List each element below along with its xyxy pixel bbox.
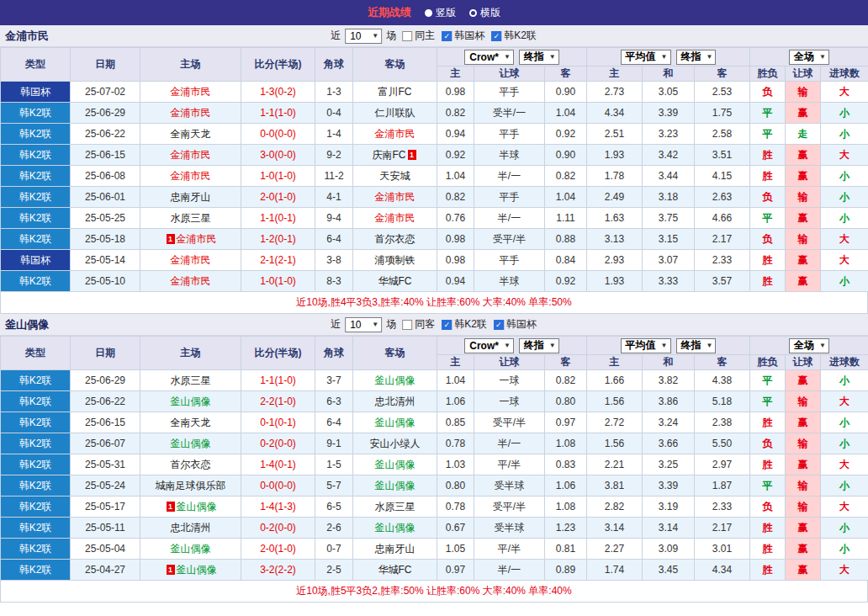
corner-score: 9-4 — [315, 208, 353, 229]
result-goals: 小 — [821, 539, 868, 560]
home-team: 釜山偶像 — [140, 539, 241, 560]
league-filter-checkbox[interactable]: ✓韩K2联 — [442, 317, 487, 332]
team-name-text: 水原三星 — [375, 501, 415, 512]
result-handicap: 赢 — [786, 560, 821, 581]
handicap: 平手 — [474, 187, 545, 208]
result-win-draw-loss: 胜 — [750, 560, 786, 581]
match-count-select[interactable]: 10▼ — [345, 29, 382, 44]
result-win-draw-loss: 平 — [750, 475, 786, 497]
away-odds: 0.88 — [545, 229, 587, 250]
home-team: 金浦市民 — [140, 82, 241, 103]
league-filter-checkbox[interactable]: ✓韩国杯 — [442, 29, 484, 43]
page-title: 近期战绩 — [368, 5, 411, 20]
result-win-draw-loss: 平 — [750, 370, 786, 391]
same-venue-checkbox-label: 同主 — [415, 29, 435, 43]
scope-select[interactable]: 全场▼ — [789, 338, 829, 353]
match-count-select-value: 10 — [350, 319, 361, 331]
match-row: 韩K2联25-06-29水原三星1-1(1-0)3-7釜山偶像1.04一球0.8… — [1, 370, 868, 391]
record-summary: 近10场,胜5平3负2,胜率:50% 让胜率:60% 大率:40% 单率:40% — [0, 581, 868, 603]
handicap: 一球 — [474, 370, 545, 391]
avg-stage-select[interactable]: 终指▼ — [676, 338, 717, 353]
away-team: 富川FC — [353, 82, 437, 103]
team-section: 金浦市民近10▼场同主✓韩国杯✓韩K2联类型日期主场比分(半场)角球客场Crow… — [0, 25, 868, 314]
dropdown-arrow-icon: ▼ — [372, 33, 378, 40]
league-type: 韩K2联 — [1, 433, 71, 454]
team-name-text: 庆南FC — [373, 149, 406, 161]
away-team: 釜山偶像 — [353, 475, 437, 497]
match-row: 韩K2联25-05-10金浦市民1-0(1-0)8-3华城FC0.94半球0.9… — [1, 271, 868, 292]
corner-score: 3-7 — [315, 370, 353, 391]
avg-away: 2.33 — [695, 250, 750, 271]
subheader: 主 — [437, 66, 474, 82]
avg-away: 2.33 — [695, 497, 750, 518]
match-count-select[interactable]: 10▼ — [345, 317, 382, 332]
match-score: 1-0(1-0) — [241, 271, 315, 292]
corner-score: 1-3 — [315, 82, 353, 103]
corner-score: 2-5 — [315, 560, 353, 581]
avg-draw: 3.39 — [643, 475, 695, 497]
avg-home: 2.73 — [587, 82, 643, 103]
away-team: 金浦市民 — [353, 187, 437, 208]
team-name-text: 忠北清州 — [171, 522, 211, 534]
match-row: 韩K2联25-05-24城南足球俱乐部0-0(0-0)5-7釜山偶像0.80受半… — [1, 475, 868, 497]
league-filter-checkbox[interactable]: ✓韩K2联 — [491, 29, 537, 43]
away-odds: 1.04 — [545, 187, 587, 208]
odds-stage-select[interactable]: 终指▼ — [519, 50, 559, 65]
corner-score: 6-4 — [315, 229, 353, 250]
result-win-draw-loss: 平 — [750, 124, 786, 145]
bookmaker-select[interactable]: Crow*▼ — [464, 50, 514, 65]
layout-radio-horizontal[interactable]: 横版 — [469, 6, 500, 20]
match-row: 韩K2联25-04-271釜山偶像3-2(2-2)2-5华城FC0.97半/一0… — [1, 560, 868, 581]
result-win-draw-loss: 胜 — [750, 166, 786, 187]
dropdown-arrow-icon: ▼ — [549, 343, 556, 349]
checkbox-unchecked-icon — [402, 320, 412, 330]
avg-draw: 3.14 — [643, 518, 695, 539]
corner-score: 5-7 — [315, 475, 353, 497]
result-goals: 大 — [821, 250, 868, 271]
avg-draw: 3.24 — [643, 412, 695, 433]
match-score: 1-1(1-0) — [241, 103, 315, 124]
result-handicap: 赢 — [786, 103, 821, 124]
league-type: 韩K2联 — [1, 103, 71, 124]
subheader: 胜负 — [750, 355, 786, 370]
same-venue-checkbox[interactable]: 同客 — [402, 317, 435, 332]
layout-radio-vertical[interactable]: 竖版 — [425, 6, 456, 20]
scope-select[interactable]: 全场▼ — [789, 50, 829, 65]
avg-draw: 3.75 — [643, 208, 695, 229]
odds-stage-select[interactable]: 终指▼ — [519, 338, 559, 353]
average-select[interactable]: 平均值▼ — [621, 50, 671, 65]
team-name-text: 仁川联队 — [375, 107, 415, 119]
match-score: 1-1(0-1) — [241, 208, 315, 229]
away-team: 忠北清州 — [353, 391, 437, 412]
result-goals: 大 — [821, 229, 868, 250]
avg-stage-select[interactable]: 终指▼ — [676, 50, 717, 65]
result-goals: 大 — [821, 145, 868, 166]
home-odds: 0.92 — [437, 145, 474, 166]
topbar: 近期战绩 竖版 横版 — [0, 0, 868, 25]
average-select[interactable]: 平均值▼ — [621, 338, 671, 353]
section-header: 釜山偶像近10▼场同客✓韩K2联✓韩国杯 — [0, 314, 868, 336]
away-team: 忠南牙山 — [353, 539, 437, 560]
match-date: 25-06-29 — [71, 103, 140, 124]
same-venue-checkbox[interactable]: 同主 — [402, 29, 435, 43]
subheader: 和 — [643, 355, 695, 370]
sections-container: 金浦市民近10▼场同主✓韩国杯✓韩K2联类型日期主场比分(半场)角球客场Crow… — [0, 25, 868, 603]
handicap: 平手 — [474, 250, 545, 271]
avg-away: 4.66 — [695, 208, 750, 229]
result-win-draw-loss: 平 — [750, 391, 786, 412]
avg-home: 3.13 — [587, 229, 643, 250]
handicap: 平/半 — [474, 539, 545, 560]
team-name-text: 釜山偶像 — [375, 480, 415, 491]
bookmaker-select[interactable]: Crow*▼ — [464, 338, 514, 353]
home-team: 金浦市民 — [140, 166, 241, 187]
result-goals: 大 — [821, 454, 868, 475]
league-filter-checkbox[interactable]: ✓韩国杯 — [494, 317, 537, 332]
handicap: 受半球 — [474, 475, 545, 497]
subheader: 让球 — [474, 66, 545, 82]
result-win-draw-loss: 负 — [750, 82, 786, 103]
match-date: 25-04-27 — [71, 560, 140, 581]
match-score: 2-0(1-0) — [241, 187, 315, 208]
handicap: 半球 — [474, 145, 545, 166]
match-score: 0-2(0-0) — [241, 518, 315, 539]
match-row: 韩K2联25-05-25水原三星1-1(0-1)9-4金浦市民0.76半/一1.… — [1, 208, 868, 229]
